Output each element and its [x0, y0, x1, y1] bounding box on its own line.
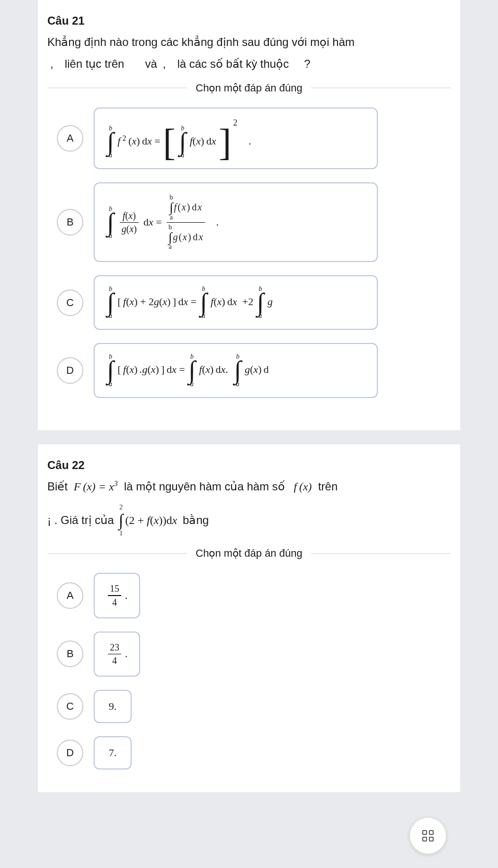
text-part: Biết [47, 480, 68, 493]
question-21-text-2: , liên tục trên và , là các số bất kỳ th… [47, 55, 451, 73]
formula-f: f (x) [288, 480, 311, 493]
option-D-letter: D [57, 357, 83, 384]
text-part [315, 480, 318, 493]
option-C[interactable]: C b∫a [ f(x) + 2g(x) ] dx = b∫a f(x) dx … [47, 275, 451, 330]
instruction-divider: Chọn một đáp án đúng [47, 547, 451, 560]
option-A-letter: A [57, 125, 83, 152]
option-B[interactable]: B b∫a f(x) g(x) dx = b∫a f(x) dx [47, 182, 451, 262]
frac-num: 15 [108, 582, 121, 595]
option-D-formula: b∫a [ f(x) .g(x) ] dx = b∫a f(x) dx. b∫a… [94, 343, 378, 398]
text-part: trên [318, 480, 338, 493]
option-B[interactable]: B 23 4 . [47, 632, 451, 677]
question-21-title: Câu 21 [47, 14, 451, 27]
text-part: và [145, 55, 157, 73]
option-D-letter: D [57, 740, 83, 766]
frac-num: 23 [108, 641, 121, 654]
divider-line [311, 553, 451, 554]
frac-den: 4 [110, 596, 119, 609]
suffix: . [125, 648, 128, 660]
option-D[interactable]: D 7. [47, 736, 451, 769]
question-22-card: Câu 22 Biết F (x) = x3 là một nguyên hàm… [38, 444, 460, 793]
option-A-formula: b∫a f 2 (x) dx = [ b∫a f(x) dx ]2 . [94, 108, 378, 170]
suffix: . [125, 589, 128, 602]
text-part: liên tục trên [65, 55, 124, 73]
option-A[interactable]: A 15 4 . [47, 573, 451, 618]
question-21-text-1: Khẳng định nào trong các khẳng định sau … [47, 33, 451, 51]
option-B-letter: B [57, 209, 83, 235]
text-part: , [163, 55, 166, 73]
option-C-letter: C [57, 693, 83, 720]
formula-F: F (x) = x3 [71, 480, 118, 493]
option-A[interactable]: A b∫a f 2 (x) dx = [ b∫a f(x) dx ]2 . [47, 108, 451, 170]
instruction-divider: Chọn một đáp án đúng [47, 82, 451, 94]
divider-line [47, 88, 187, 88]
option-A-letter: A [57, 582, 83, 609]
question-22-title: Câu 22 [47, 459, 451, 472]
option-B-value: 23 4 . [94, 632, 140, 677]
instruction-text: Chọn một đáp án đúng [187, 547, 311, 560]
question-21-card: Câu 21 Khẳng định nào trong các khẳng đị… [38, 0, 460, 430]
text-part: là các số bất kỳ thuộc [177, 55, 289, 73]
option-C-value: 9. [94, 690, 132, 723]
text-part: ? [304, 55, 310, 73]
divider-line [47, 553, 187, 554]
text-part: là một nguyên hàm của hàm số [124, 480, 285, 493]
divider-line [311, 88, 451, 88]
option-D-value: 7. [94, 736, 132, 769]
option-B-formula: b∫a f(x) g(x) dx = b∫a f(x) dx [94, 182, 378, 262]
option-C-letter: C [57, 289, 83, 316]
text-part: bằng [183, 511, 209, 529]
option-A-value: 15 4 . [94, 573, 140, 618]
instruction-text: Chọn một đáp án đúng [187, 82, 311, 94]
text-part: , [50, 55, 53, 73]
text-part: ¡ . Giá trị của [47, 511, 114, 529]
option-B-letter: B [57, 641, 83, 667]
text-part [121, 480, 124, 493]
question-22-text-1: Biết F (x) = x3 là một nguyên hàm của hà… [47, 478, 451, 496]
option-D[interactable]: D b∫a [ f(x) .g(x) ] dx = b∫a f(x) dx. b… [47, 343, 451, 398]
formula-integral: 2∫1 (2 + f(x))dx [117, 502, 177, 539]
question-22-text-2: ¡ . Giá trị của 2∫1 (2 + f(x))dx bằng [47, 502, 451, 539]
option-C-formula: b∫a [ f(x) + 2g(x) ] dx = b∫a f(x) dx +2… [94, 275, 378, 330]
frac-den: 4 [110, 654, 119, 667]
option-C[interactable]: C 9. [47, 690, 451, 723]
